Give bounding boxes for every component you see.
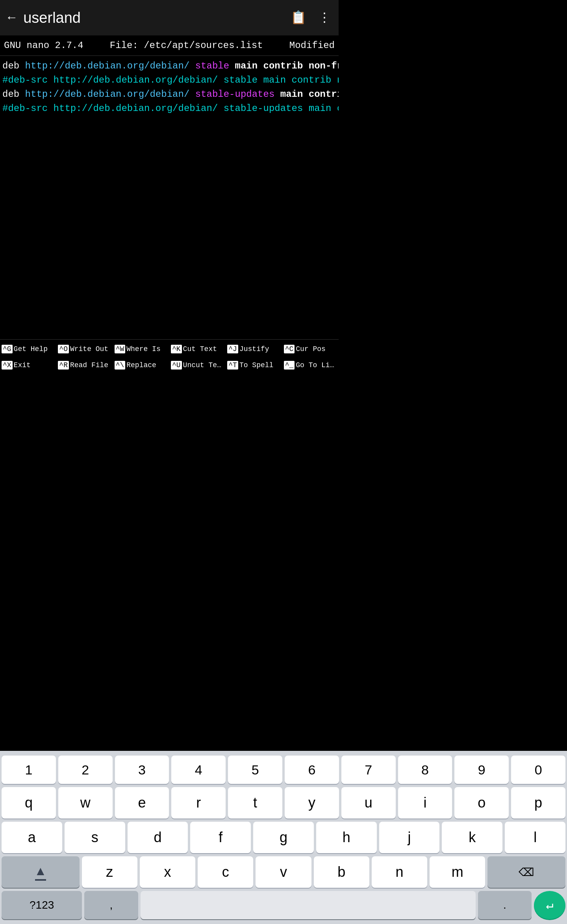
editor-text: main contrib non-free bbox=[235, 61, 339, 71]
key-space[interactable] bbox=[141, 891, 339, 919]
editor-text: #deb-src http://deb.debian.org/debian/ s… bbox=[2, 75, 339, 85]
editor-area[interactable]: deb http://deb.debian.org/debian/ stable… bbox=[0, 56, 339, 339]
shortcut-key: ^G bbox=[2, 345, 13, 353]
shortcut-item[interactable]: ^XExit bbox=[0, 361, 56, 370]
shortcut-item[interactable]: ^JJustify bbox=[226, 345, 282, 353]
letter-key[interactable]: r bbox=[171, 787, 226, 819]
letter-key[interactable]: h bbox=[316, 822, 339, 853]
shortcut-item[interactable]: ^OWrite Out bbox=[56, 345, 113, 353]
shortcut-key: ^\ bbox=[115, 361, 126, 370]
bottom-row: ?123 , . ↵ bbox=[0, 889, 339, 924]
letter-key[interactable]: v bbox=[256, 856, 311, 888]
num-key[interactable]: 3 bbox=[115, 756, 169, 784]
shortcut-item[interactable]: ^RRead File bbox=[56, 361, 113, 370]
letter-key[interactable]: y bbox=[285, 787, 339, 819]
nano-shortcuts: ^GGet Help^OWrite Out^WWhere Is^KCut Tex… bbox=[0, 339, 339, 375]
editor-text bbox=[189, 89, 195, 100]
editor-text: #deb-src http://deb.debian.org/debian/ s… bbox=[2, 103, 339, 114]
clipboard-icon[interactable]: 📋 bbox=[291, 10, 306, 26]
key-123[interactable]: ?123 bbox=[2, 891, 82, 919]
nano-filename: File: /etc/apt/sources.list bbox=[110, 40, 263, 51]
shortcut-key: ^U bbox=[171, 361, 182, 370]
shortcut-label: Write Out bbox=[70, 345, 108, 353]
num-key[interactable]: 2 bbox=[58, 756, 113, 784]
shortcut-row: ^GGet Help^OWrite Out^WWhere Is^KCut Tex… bbox=[0, 341, 339, 357]
top-bar: ← userland 📋 ⋮ bbox=[0, 0, 339, 35]
shortcut-key: ^J bbox=[227, 345, 238, 353]
num-key[interactable]: 6 bbox=[285, 756, 339, 784]
shift-line bbox=[35, 879, 46, 881]
shortcut-label: To Spell bbox=[239, 361, 273, 369]
num-key[interactable]: 5 bbox=[228, 756, 282, 784]
shift-arrow-icon: ▲ bbox=[34, 864, 47, 878]
shortcut-label: Read File bbox=[70, 361, 108, 369]
editor-text bbox=[229, 61, 235, 71]
shortcut-label: Exit bbox=[14, 361, 31, 369]
key-row-3: ▲ zxcvbnm⌫ bbox=[0, 855, 339, 889]
letter-key[interactable]: w bbox=[58, 787, 113, 819]
num-row: 1234567890 bbox=[0, 751, 339, 785]
editor-text bbox=[274, 89, 280, 100]
letter-key[interactable]: f bbox=[190, 822, 251, 853]
shortcut-label: Cur Pos bbox=[296, 345, 326, 353]
nano-status: Modified bbox=[289, 40, 335, 51]
shortcut-item[interactable]: ^TTo Spell bbox=[226, 361, 282, 370]
letter-key[interactable]: z bbox=[82, 856, 137, 888]
shortcut-item[interactable]: ^WWhere Is bbox=[113, 345, 169, 353]
letter-key[interactable]: g bbox=[253, 822, 314, 853]
nano-header: GNU nano 2.7.4 File: /etc/apt/sources.li… bbox=[0, 35, 339, 56]
editor-text: deb bbox=[2, 89, 25, 100]
editor-text: deb bbox=[2, 61, 25, 71]
shortcut-label: Get Help bbox=[14, 345, 48, 353]
editor-text: stable bbox=[195, 61, 229, 71]
shortcut-key: ^R bbox=[58, 361, 69, 370]
letter-key[interactable]: s bbox=[65, 822, 125, 853]
shortcut-label: Uncut Text bbox=[183, 361, 224, 369]
letter-key[interactable]: x bbox=[140, 856, 195, 888]
shortcut-label: Cut Text bbox=[183, 345, 217, 353]
shortcut-key: ^X bbox=[2, 361, 13, 370]
letter-key[interactable]: b bbox=[314, 856, 339, 888]
shortcut-key: ^O bbox=[58, 345, 69, 353]
shift-key[interactable]: ▲ bbox=[2, 856, 80, 888]
editor-text: stable-updates bbox=[195, 89, 275, 100]
shortcut-item[interactable]: ^UUncut Text bbox=[169, 361, 226, 370]
shortcut-item[interactable]: ^_Go To Line bbox=[282, 361, 339, 370]
editor-text bbox=[189, 61, 195, 71]
key-row-1: qwertyuiop bbox=[0, 785, 339, 820]
shortcut-item[interactable]: ^GGet Help bbox=[0, 345, 56, 353]
shortcut-item[interactable]: ^CCur Pos bbox=[282, 345, 339, 353]
key-comma[interactable]: , bbox=[84, 891, 138, 919]
back-icon[interactable]: ← bbox=[8, 11, 15, 25]
num-key[interactable]: 1 bbox=[2, 756, 56, 784]
shortcut-item[interactable]: ^KCut Text bbox=[169, 345, 226, 353]
shortcut-key: ^T bbox=[227, 361, 238, 370]
letter-key[interactable]: a bbox=[2, 822, 62, 853]
shortcut-key: ^_ bbox=[284, 361, 295, 370]
letter-key[interactable]: d bbox=[128, 822, 188, 853]
letter-key[interactable]: t bbox=[228, 787, 282, 819]
keyboard: 1234567890 qwertyuiop asdfghjkl ▲ zxcvbn… bbox=[0, 751, 339, 924]
num-key[interactable]: 4 bbox=[171, 756, 226, 784]
shortcut-item[interactable]: ^\Replace bbox=[113, 361, 169, 370]
letter-key[interactable]: q bbox=[2, 787, 56, 819]
shortcut-row: ^XExit^RRead File^\Replace^UUncut Text^T… bbox=[0, 357, 339, 373]
shortcut-label: Go To Line bbox=[296, 361, 337, 369]
shortcut-label: Where Is bbox=[126, 345, 160, 353]
shortcut-key: ^K bbox=[171, 345, 182, 353]
letter-key[interactable]: c bbox=[198, 856, 253, 888]
nano-version: GNU nano 2.7.4 bbox=[4, 40, 83, 51]
more-icon[interactable]: ⋮ bbox=[318, 10, 331, 26]
key-row-2: asdfghjkl bbox=[0, 820, 339, 855]
app-title: userland bbox=[23, 9, 283, 26]
editor-text: http://deb.debian.org/debian/ bbox=[25, 61, 190, 71]
editor-text: http://deb.debian.org/debian/ bbox=[25, 89, 190, 100]
shortcut-key: ^C bbox=[284, 345, 295, 353]
shortcut-label: Replace bbox=[126, 361, 156, 369]
letter-key[interactable]: e bbox=[115, 787, 169, 819]
shortcut-label: Justify bbox=[239, 345, 269, 353]
shortcut-key: ^W bbox=[115, 345, 126, 353]
editor-text: main contrib non-free bbox=[280, 89, 339, 100]
